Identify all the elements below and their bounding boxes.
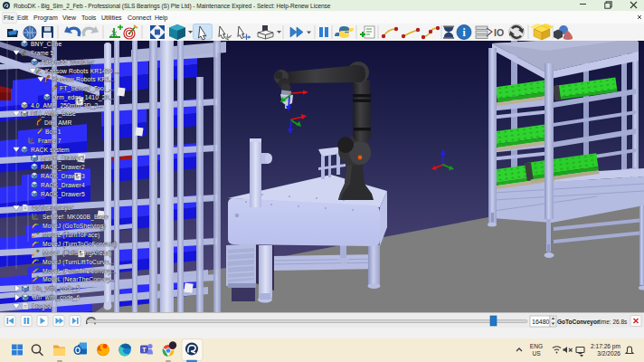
svg-text:Adsem33_woutamr: Adsem33_woutamr xyxy=(41,59,95,66)
svg-text:US: US xyxy=(532,350,541,357)
svg-text:RACK_Drawer2: RACK_Drawer2 xyxy=(41,164,85,171)
svg-text:BNY_Cube: BNY_Cube xyxy=(31,41,62,48)
svg-text:MoveL (FullSwingAhead): MoveL (FullSwingAhead) xyxy=(43,250,112,257)
svg-text:Bin_with_code_5: Bin_with_code_5 xyxy=(33,285,80,292)
svg-text:time: 26.8s: time: 26.8s xyxy=(599,319,629,325)
svg-text:MoveJ (TurnLiftToCurve...: MoveJ (TurnLiftToCurve... xyxy=(43,259,114,266)
svg-text:MoveJ (TurnToGoForward): MoveJ (TurnToGoForward) xyxy=(43,241,117,248)
svg-text:DiH_AMR_Base: DiH_AMR_Base xyxy=(31,110,76,118)
svg-text:Kassow Robots KR1...: Kassow Robots KR1... xyxy=(52,76,115,82)
svg-text:IO: IO xyxy=(494,27,504,38)
svg-text:Bin_with_code_6: Bin_with_code_6 xyxy=(33,294,80,301)
svg-text:DiH_AMR: DiH_AMR xyxy=(44,119,71,127)
svg-text:T: T xyxy=(142,347,147,353)
svg-text:MoveL (TurnToFace): MoveL (TurnToFace) xyxy=(43,232,99,239)
svg-text:GoToConveyor: GoToConveyor xyxy=(557,319,600,326)
svg-text:RACK_Drawer5: RACK_Drawer5 xyxy=(41,191,85,198)
svg-text:16480: 16480 xyxy=(532,319,550,325)
svg-text:MoveL (NearTheConvey...: MoveL (NearTheConvey... xyxy=(43,276,115,283)
svg-text:RACK_Drawer4: RACK_Drawer4 xyxy=(41,182,85,189)
svg-text:Frame 7: Frame 7 xyxy=(38,138,62,144)
svg-text:arm_edge_1410_23...: arm_edge_1410_23... xyxy=(53,94,114,101)
svg-text:3/2/2026: 3/2/2026 xyxy=(597,350,620,357)
svg-text:ENG: ENG xyxy=(530,343,543,349)
svg-text:RACK system: RACK system xyxy=(31,147,70,154)
svg-text:Prog21: Prog21 xyxy=(32,303,52,310)
svg-text:Set Ref: MK060B_Base: Set Ref: MK060B_Base xyxy=(43,214,109,221)
svg-text:3D_2...: 3D_2... xyxy=(83,102,103,110)
svg-text:FT_Sensor_Tool_...: FT_Sensor_Tool_... xyxy=(60,85,114,92)
svg-text:MoveL (FromTheConvey...: MoveL (FromTheConvey... xyxy=(43,268,116,275)
svg-text:4.0_AMR_250mm: 4.0_AMR_250mm xyxy=(31,102,81,110)
svg-text:Box 1: Box 1 xyxy=(45,129,62,135)
svg-text:RACK_Drawer1: RACK_Drawer1 xyxy=(41,155,85,162)
svg-text:2:17:26 pm: 2:17:26 pm xyxy=(591,343,620,350)
svg-text:GoToConveyor: GoToConveyor xyxy=(32,205,73,212)
svg-text:Kassow Robots KR1410 ...: Kassow Robots KR1410 ... xyxy=(45,68,119,74)
svg-text:MoveJ (GoToShelving): MoveJ (GoToShelving) xyxy=(43,223,106,230)
svg-text:Frame 5: Frame 5 xyxy=(31,50,54,56)
